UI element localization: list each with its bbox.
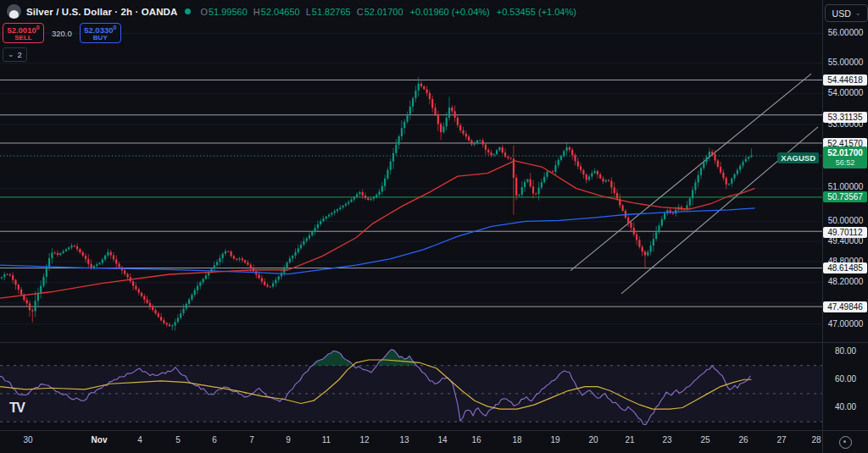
sell-button[interactable]: 52.00100 SELL <box>3 23 44 43</box>
ohlc-values: O51.99560 H52.04650 L51.82765 C52.01700 <box>200 7 403 17</box>
trading-chart-app: Silver / U.S. Dollar · 2h · OANDA O51.99… <box>0 0 868 453</box>
level-price-badge: 49.70112 <box>823 227 867 238</box>
indicator-axis-label: 80.00 <box>823 346 868 356</box>
chart-legend: Silver / U.S. Dollar · 2h · OANDA O51.99… <box>7 4 576 19</box>
indicator-axis-label: 60.00 <box>823 374 868 384</box>
level-price-badge: 48.61485 <box>823 262 867 273</box>
time-axis-label: 20 <box>588 435 598 445</box>
time-axis-label: 30 <box>23 435 32 445</box>
time-axis-label: 6 <box>212 435 217 445</box>
currency-label: USD <box>832 8 851 19</box>
buy-button[interactable]: 52.03300 BUY <box>80 23 121 43</box>
time-axis-label: 28 <box>811 435 821 445</box>
high-label: H <box>253 7 260 17</box>
time-axis-label: 21 <box>625 435 634 445</box>
time-axis-label: 9 <box>286 435 291 445</box>
level-price-badge: 47.49846 <box>823 301 867 312</box>
price-axis-label: 51.00000 <box>823 182 868 191</box>
time-axis-label: 18 <box>512 435 521 445</box>
time-axis-label: 12 <box>359 435 369 445</box>
order-panel: 52.00100 SELL 320.0 52.03300 BUY <box>3 23 121 43</box>
price-axis-label: 47.00000 <box>823 319 868 329</box>
market-open-dot-icon[interactable] <box>185 8 191 14</box>
chart-canvas[interactable] <box>0 0 868 453</box>
price-axis-label: 50.00000 <box>823 216 868 225</box>
low-label: L <box>306 7 311 17</box>
time-axis-label: 16 <box>471 435 481 445</box>
price-axis-label: 54.00000 <box>823 88 868 97</box>
symbol-logo-icon[interactable] <box>7 4 21 19</box>
indicator-axis-label: 40.00 <box>823 402 868 412</box>
price-axis-label: 48.20000 <box>823 277 868 286</box>
price-line-symbol-label: XAGUSD <box>777 152 819 163</box>
change-bar: +0.01960 (+0.04%) <box>410 7 490 17</box>
time-axis-label: 14 <box>437 435 447 445</box>
spread-value: 320.0 <box>52 29 72 38</box>
sell-label: SELL <box>3 35 43 41</box>
time-axis-label: 4 <box>137 435 142 445</box>
time-axis-label: 13 <box>399 435 409 445</box>
time-axis-label: 25 <box>700 435 709 445</box>
indicator-count: 2 <box>18 50 22 59</box>
time-axis-label: 19 <box>550 435 559 445</box>
green-level-badge: 50.73567 <box>823 191 867 202</box>
open-value: 51.99560 <box>209 7 248 17</box>
sell-price-sup: 0 <box>36 25 40 30</box>
time-axis-label: 5 <box>175 435 181 445</box>
time-axis-label: 11 <box>322 435 331 445</box>
chevron-down-icon: ⌄ <box>8 51 14 58</box>
open-label: O <box>200 7 208 17</box>
time-axis-label: Nov <box>92 435 108 445</box>
current-price-badge[interactable]: 52.01700 56:52 <box>823 146 867 168</box>
timezone-icon[interactable] <box>839 436 852 449</box>
buy-price-sup: 0 <box>114 25 117 30</box>
time-axis-label: 23 <box>662 435 671 445</box>
change-total: +0.53455 (+1.04%) <box>497 7 576 17</box>
chevron-down-icon: ⌄ <box>855 10 861 17</box>
low-value: 51.82765 <box>312 7 351 17</box>
price-axis-label: 49.40000 <box>823 236 868 246</box>
tradingview-logo[interactable]: TV <box>9 401 24 416</box>
time-axis-label: 27 <box>776 435 786 445</box>
level-price-badge: 53.31135 <box>823 112 867 123</box>
current-price: 52.01700 <box>827 148 863 158</box>
indicator-collapse-widget[interactable]: ⌄ 2 <box>3 47 27 62</box>
green-level-price: 50.73567 <box>827 192 863 202</box>
time-axis-label: 26 <box>738 435 748 445</box>
high-value: 52.04650 <box>261 7 300 17</box>
buy-label: BUY <box>81 35 120 41</box>
price-axis-label: 56.00000 <box>823 28 868 37</box>
close-label: C <box>357 7 364 17</box>
currency-selector[interactable]: USD ⌄ <box>825 4 868 22</box>
time-axis-label: 7 <box>249 435 254 445</box>
bar-countdown: 56:52 <box>836 158 855 168</box>
level-price-badge: 54.44618 <box>823 75 867 86</box>
close-value: 52.01700 <box>364 7 403 17</box>
price-axis-label: 55.00000 <box>823 58 868 67</box>
symbol-title[interactable]: Silver / U.S. Dollar · 2h · OANDA <box>26 7 177 17</box>
